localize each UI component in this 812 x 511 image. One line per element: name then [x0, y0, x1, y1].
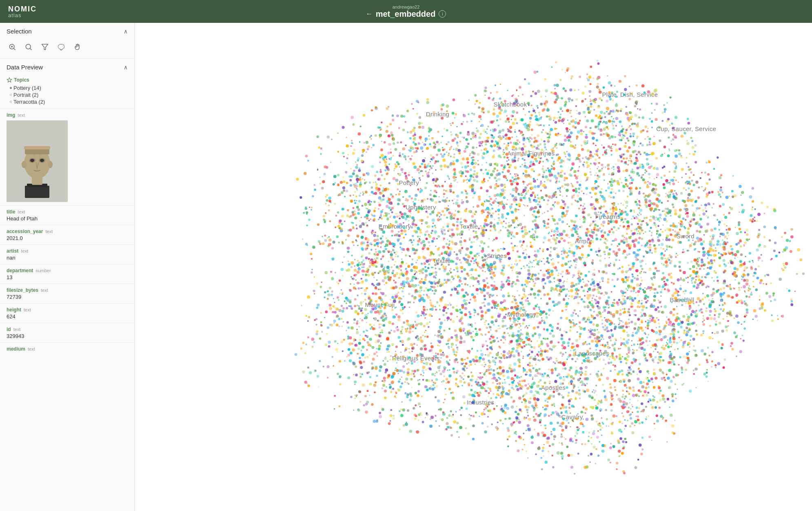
medium-field-name: medium [7, 346, 25, 352]
data-preview-section: Data Preview ∧ Topics Pottery (14) Portr… [0, 59, 134, 511]
height-label-row: height text [7, 307, 128, 313]
topic-item-pottery: Pottery (14) [7, 84, 128, 91]
scatter-plot [135, 23, 812, 511]
title-field-value: Head of Ptah [7, 216, 128, 222]
id-label-row: id text [7, 327, 128, 332]
accession-year-field-name: accession_year [7, 229, 43, 234]
img-container [7, 120, 68, 202]
accession-year-field-value: 2021.0 [7, 235, 128, 241]
header-center: andrewgao22 ← met_embedded i [366, 4, 446, 19]
selection-title: Selection [7, 28, 32, 35]
header: NOMIC atlas andrewgao22 ← met_embedded i [0, 0, 812, 23]
hand-icon[interactable] [72, 41, 83, 53]
title-field-name: title [7, 209, 15, 215]
logo-text: NOMIC atlas [8, 5, 37, 18]
zoom-in-icon[interactable] [7, 41, 18, 53]
main-layout: Selection ∧ [0, 23, 812, 511]
back-button[interactable]: ← [366, 10, 373, 18]
height-field-name: height [7, 307, 21, 313]
title-field-type: text [18, 209, 25, 214]
department-field-value: 13 [7, 274, 128, 280]
svg-line-3 [14, 49, 16, 50]
search-icon[interactable] [23, 41, 34, 53]
project-name: met_embedded [376, 9, 436, 19]
topics-section: Topics Pottery (14) Portrait (2) Terraco… [0, 76, 134, 109]
artist-field: artist text nan [0, 244, 134, 264]
id-field-name: id [7, 327, 11, 332]
topic-item-terracotta: Terracotta (2) [7, 98, 128, 105]
filesize-label-row: filesize_bytes text [7, 287, 128, 293]
data-preview-title: Data Preview [7, 64, 43, 71]
logo-nomic: NOMIC [8, 5, 37, 13]
selection-section: Selection ∧ [0, 23, 134, 59]
map-canvas: Plate, Dish, Service Drinking Sketchbook… [135, 23, 812, 511]
svg-rect-19 [24, 146, 50, 149]
artist-field-value: nan [7, 255, 128, 261]
accession-year-field-type: text [45, 229, 53, 234]
svg-line-5 [30, 49, 32, 50]
medium-field-type: text [28, 347, 35, 351]
username: andrewgao22 [393, 4, 420, 9]
map-area[interactable]: Plate, Dish, Service Drinking Sketchbook… [135, 23, 812, 511]
img-label-row: img text [7, 112, 128, 118]
filesize-field-value: 72739 [7, 294, 128, 300]
filesize-field-type: text [41, 288, 48, 293]
svg-rect-10 [25, 186, 49, 198]
artist-field-name: artist [7, 248, 18, 254]
svg-marker-6 [42, 44, 48, 49]
artist-label-row: artist text [7, 248, 128, 254]
lasso-icon[interactable] [55, 41, 67, 53]
medium-field: medium text [0, 342, 134, 356]
topics-label: Topics [7, 77, 128, 83]
department-field-type: number [35, 268, 51, 273]
title-label-row: title text [7, 209, 128, 215]
info-icon[interactable]: i [439, 10, 446, 18]
sidebar: Selection ∧ [0, 23, 135, 511]
filesize-bytes-field: filesize_bytes text 72739 [0, 284, 134, 303]
accession-year-field: accession_year text 2021.0 [0, 225, 134, 244]
medium-label-row: medium text [7, 346, 128, 352]
project-name-row: ← met_embedded i [366, 9, 446, 19]
svg-point-17 [40, 159, 44, 162]
height-field-type: text [24, 307, 31, 312]
height-field-value: 624 [7, 313, 128, 320]
selection-chevron: ∧ [124, 28, 128, 35]
logo-atlas: atlas [8, 13, 37, 18]
svg-point-23 [48, 161, 53, 168]
department-label-row: department number [7, 268, 128, 273]
accession-year-label-row: accession_year text [7, 229, 128, 234]
filesize-field-name: filesize_bytes [7, 287, 38, 293]
svg-marker-8 [7, 78, 12, 82]
id-field-value: 329943 [7, 333, 128, 339]
logo-area: NOMIC atlas [8, 5, 37, 18]
img-field: img text [0, 109, 134, 205]
topic-item-portrait: Portrait (2) [7, 91, 128, 98]
artist-field-type: text [21, 249, 28, 253]
filter-icon[interactable] [39, 41, 51, 53]
id-field-type: text [13, 327, 21, 332]
height-field: height text 624 [0, 303, 134, 323]
id-field: id text 329943 [0, 323, 134, 342]
img-field-type: text [18, 113, 25, 118]
svg-point-16 [30, 159, 34, 162]
selection-header[interactable]: Selection ∧ [0, 23, 134, 40]
img-field-name: img [7, 112, 15, 118]
department-field: department number 13 [0, 264, 134, 284]
data-preview-header[interactable]: Data Preview ∧ [0, 59, 134, 76]
department-field-name: department [7, 268, 33, 273]
title-field: title text Head of Ptah [0, 205, 134, 225]
svg-point-22 [22, 161, 27, 168]
svg-point-4 [26, 44, 31, 49]
data-preview-chevron: ∧ [124, 64, 128, 71]
selection-tools [0, 40, 134, 58]
